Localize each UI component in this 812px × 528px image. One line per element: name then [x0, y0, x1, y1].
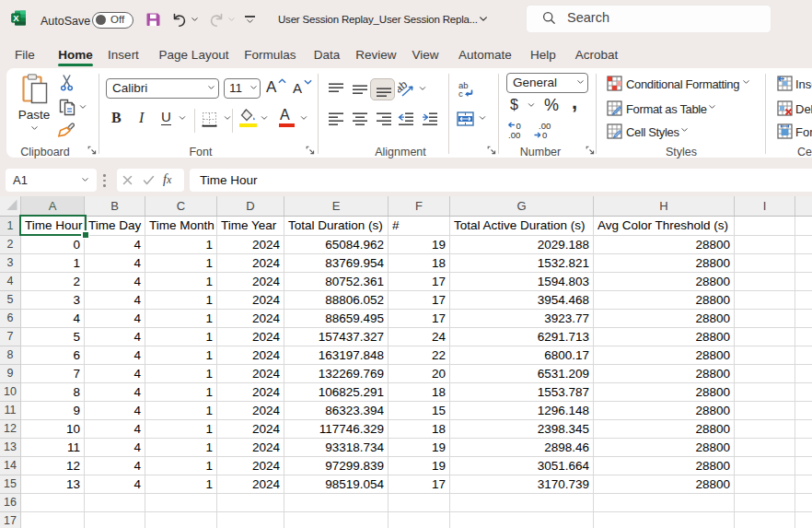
svg-text:0: 0 [542, 130, 547, 140]
svg-text:c: c [458, 88, 463, 99]
svg-text:.00: .00 [508, 130, 520, 140]
svg-text:ab: ab [398, 81, 410, 96]
svg-text:X: X [13, 13, 19, 23]
